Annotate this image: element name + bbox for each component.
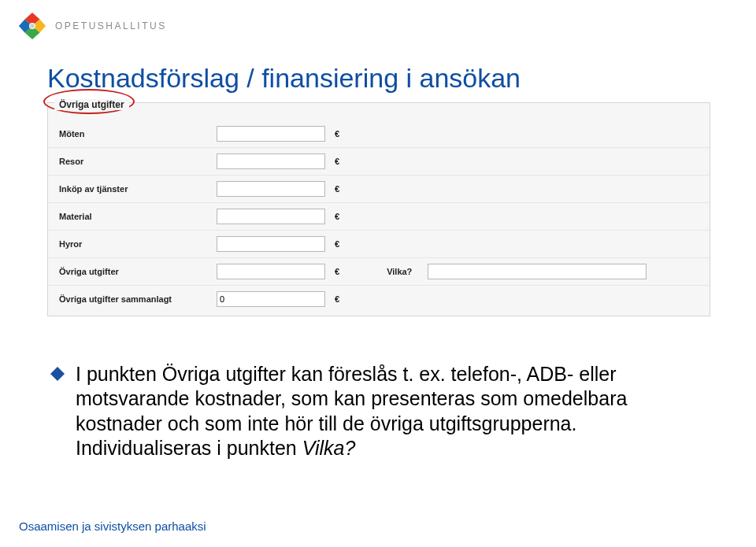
form-section-header: Övriga utgifter bbox=[54, 99, 129, 110]
footer-text: Osaamisen ja sivistyksen parhaaksi bbox=[19, 519, 206, 533]
svg-point-6 bbox=[30, 24, 35, 28]
row-ovriga: Övriga utgifter € Vilka? bbox=[48, 257, 710, 285]
label-hyror: Hyror bbox=[59, 239, 217, 249]
bullet-list: I punkten Övriga utgifter kan föreslås t… bbox=[50, 362, 704, 460]
input-material[interactable] bbox=[217, 209, 325, 224]
currency: € bbox=[335, 239, 339, 249]
label-resor: Resor bbox=[59, 157, 217, 166]
opetushallitus-logo-icon bbox=[17, 11, 47, 41]
form-panel: Övriga utgifter Möten € Resor € Inköp av… bbox=[47, 102, 710, 316]
bullet-line1: I punkten Övriga utgifter kan föreslås t… bbox=[76, 363, 522, 385]
label-material: Material bbox=[59, 212, 217, 221]
currency: € bbox=[335, 129, 339, 139]
input-moten[interactable] bbox=[217, 126, 325, 142]
label-inkop: Inköp av tjänster bbox=[59, 184, 217, 194]
currency: € bbox=[335, 212, 339, 221]
svg-marker-7 bbox=[50, 367, 65, 381]
input-hyror[interactable] bbox=[217, 236, 325, 252]
currency: € bbox=[335, 184, 339, 194]
row-material: Material € bbox=[48, 202, 710, 230]
form-rows: Möten € Resor € Inköp av tjänster € Mate… bbox=[48, 103, 710, 316]
input-ovriga[interactable] bbox=[217, 264, 325, 279]
bullet-text: I punkten Övriga utgifter kan föreslås t… bbox=[76, 362, 704, 460]
currency: € bbox=[335, 294, 339, 304]
row-resor: Resor € bbox=[48, 147, 710, 175]
label-moten: Möten bbox=[59, 129, 217, 139]
row-moten: Möten € bbox=[48, 120, 710, 147]
label-ovriga: Övriga utgifter bbox=[59, 267, 217, 276]
input-resor[interactable] bbox=[217, 153, 325, 169]
label-vilka: Vilka? bbox=[387, 267, 412, 276]
currency: € bbox=[335, 157, 339, 166]
row-sammanlagt: Övriga utgifter sammanlagt € bbox=[48, 285, 710, 312]
bullet-vilka-italic: Vilka? bbox=[302, 437, 356, 459]
diamond-bullet-icon bbox=[50, 367, 65, 381]
row-hyror: Hyror € bbox=[48, 230, 710, 257]
input-vilka[interactable] bbox=[428, 264, 647, 279]
page-title: Kostnadsförslag / finansiering i ansökan bbox=[47, 63, 521, 94]
brand-text: OPETUSHALLITUS bbox=[55, 20, 167, 31]
label-sammanlagt: Övriga utgifter sammanlagt bbox=[59, 294, 217, 304]
row-inkop: Inköp av tjänster € bbox=[48, 175, 710, 202]
input-sammanlagt[interactable] bbox=[217, 291, 325, 307]
currency: € bbox=[335, 267, 339, 276]
header: OPETUSHALLITUS bbox=[17, 11, 167, 41]
bullet-item: I punkten Övriga utgifter kan föreslås t… bbox=[50, 362, 704, 460]
input-inkop[interactable] bbox=[217, 181, 325, 197]
